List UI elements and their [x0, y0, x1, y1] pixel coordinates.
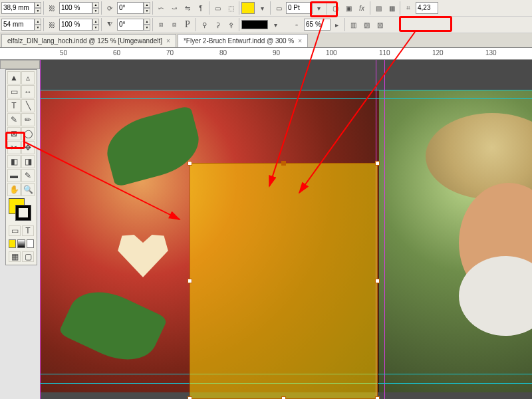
wrap-1-icon[interactable]: ▤ — [372, 2, 384, 14]
stroke-weight-field[interactable]: 0 Pt — [286, 2, 313, 14]
close-icon[interactable]: × — [166, 37, 170, 45]
horizontal-ruler[interactable]: 50 60 70 80 90 100 110 120 130 — [0, 48, 532, 60]
formatting-container-icon[interactable]: ▭ — [9, 225, 21, 236]
stroke-color-swatch[interactable] — [15, 205, 31, 221]
selection-handle[interactable] — [188, 396, 192, 399]
shear-field[interactable]: 0° — [117, 19, 144, 31]
anchor-a-icon[interactable]: ⚲ — [198, 19, 210, 31]
wrap-3-icon[interactable]: ▥ — [347, 19, 359, 31]
rectangle-frame-tool[interactable]: ⊠ — [7, 127, 21, 140]
select-content-icon[interactable]: ⧇ — [155, 19, 167, 31]
view-mode-normal[interactable]: ▦ — [9, 251, 21, 262]
eyedropper-tool[interactable]: ✎ — [21, 169, 35, 182]
selected-rectangle[interactable] — [190, 163, 378, 399]
scale-x-field[interactable]: 100 % — [59, 2, 92, 14]
opacity-field[interactable]: 65 % — [304, 19, 331, 31]
pen-tool[interactable]: ✎ — [7, 113, 21, 126]
rotate-ccw-icon[interactable]: ⤺ — [155, 2, 167, 14]
tools-panel: ▲▵ ▭↔ T╲ ✎✏ ⊠◯ ✂✥ ◧◨ ▬✎ ✋🔍 ▭ T ▦ ▢ — [5, 69, 37, 265]
document-tab-active[interactable]: *Flyer 2-Bruch Entwurf.indd @ 300 %× — [178, 34, 308, 47]
pencil-tool[interactable]: ✏ — [21, 113, 35, 126]
selection-handle[interactable] — [188, 279, 192, 283]
crop-icon[interactable]: ⌗ — [402, 2, 414, 14]
stroke-dropdown[interactable]: ▾ — [269, 19, 281, 31]
selection-handle[interactable] — [188, 161, 192, 166]
close-icon[interactable]: × — [298, 37, 302, 45]
document-tab[interactable]: elfalz_DIN_lang_hoch.indd @ 125 % [Umgew… — [1, 34, 176, 47]
fill-swatch[interactable] — [241, 2, 255, 14]
opacity-flyout[interactable]: ▸ — [331, 19, 342, 31]
type-tool[interactable]: T — [7, 99, 21, 112]
constrain-icon[interactable]: ⛓ — [46, 2, 58, 14]
guide-vertical[interactable] — [40, 60, 41, 399]
p-icon[interactable]: P — [182, 19, 194, 31]
stroke-icon: ▭ — [273, 2, 285, 14]
control-bar-row-2: 54 mm▲▼ ⛓ 100 %▲▼ ⧨ 0°▲▼ ⧇ ⧈ P ⚲ ⚳ ⚴ ▾ ▫… — [0, 17, 532, 33]
chain-icon[interactable]: ⬚ — [225, 2, 237, 14]
view-mode-preview[interactable]: ▢ — [22, 251, 34, 262]
heart-cutout — [113, 229, 173, 283]
effects-b-icon[interactable]: ▣ — [342, 2, 354, 14]
opacity-mode-icon[interactable]: ▫ — [291, 19, 303, 31]
width-spin[interactable]: ▲▼ — [35, 2, 41, 14]
shear-icon: ⧨ — [104, 19, 116, 31]
flip-h-icon[interactable]: ⇋ — [182, 2, 194, 14]
anchor-c-icon[interactable]: ⚴ — [225, 19, 237, 31]
apply-gradient-icon[interactable] — [17, 239, 25, 248]
leaf-graphic — [59, 279, 168, 373]
panel-grip[interactable] — [0, 60, 40, 69]
zoom-tool[interactable]: 🔍 — [21, 183, 35, 196]
scale-y-field[interactable]: 100 % — [59, 19, 92, 31]
selection-handle[interactable] — [281, 396, 286, 399]
selection-tool[interactable]: ▲ — [7, 71, 21, 84]
select-container-icon[interactable]: ⧈ — [168, 19, 180, 31]
rotate-cw-icon[interactable]: ⤻ — [168, 2, 180, 14]
canvas[interactable] — [40, 60, 532, 399]
note-tool[interactable]: ▬ — [7, 169, 21, 182]
effects-a-icon[interactable]: ▢ — [329, 2, 341, 14]
paragraph-icon[interactable]: ¶ — [195, 2, 207, 14]
constrain2-icon[interactable]: ⛓ — [46, 19, 58, 31]
ellipse-tool[interactable]: ◯ — [21, 127, 35, 140]
anchor-b-icon[interactable]: ⚳ — [211, 19, 223, 31]
placed-image-man[interactable] — [379, 90, 532, 392]
gradient-feather-tool[interactable]: ◨ — [21, 155, 35, 168]
direct-selection-tool[interactable]: ▵ — [21, 71, 35, 84]
hand-tool[interactable]: ✋ — [7, 183, 21, 196]
apply-color-icon[interactable] — [9, 239, 16, 248]
guide-horizontal[interactable] — [40, 98, 532, 99]
scissors-tool[interactable]: ✂ — [7, 141, 21, 154]
fill-dropdown[interactable]: ▾ — [256, 2, 268, 14]
tag-icon[interactable]: ▭ — [211, 2, 223, 14]
extra-field[interactable]: 4,23 — [416, 2, 438, 14]
wrap-2-icon[interactable]: ▦ — [386, 2, 398, 14]
document-tabs: elfalz_DIN_lang_hoch.indd @ 125 % [Umgew… — [0, 33, 532, 48]
height-field[interactable]: 54 mm — [1, 19, 35, 31]
formatting-text-icon[interactable]: T — [22, 225, 34, 236]
stroke-color-bar[interactable] — [241, 20, 268, 29]
guide-horizontal[interactable] — [40, 90, 532, 90]
selection-handle[interactable] — [375, 279, 380, 283]
guide-vertical[interactable] — [384, 60, 385, 399]
width-field[interactable]: 38,9 mm — [1, 2, 35, 14]
selection-handle[interactable] — [375, 161, 380, 166]
selection-handle[interactable] — [281, 161, 286, 166]
rotate-field[interactable]: 0° — [117, 2, 144, 14]
control-bar-row-1: 38,9 mm▲▼ ⛓ 100 %▲▼ ⟳ 0°▲▼ ⤺ ⤻ ⇋ ¶ ▭ ⬚ ▾… — [0, 0, 532, 17]
gradient-swatch-tool[interactable]: ◧ — [7, 155, 21, 168]
free-transform-tool[interactable]: ✥ — [21, 141, 35, 154]
wrap-5-icon[interactable]: ▨ — [374, 19, 386, 31]
fx-icon[interactable]: fx — [356, 2, 368, 14]
selection-handle[interactable] — [375, 396, 380, 399]
scale-x-spin[interactable]: ▲▼ — [92, 2, 99, 14]
gap-tool[interactable]: ↔ — [21, 85, 35, 98]
line-tool[interactable]: ╲ — [21, 99, 35, 112]
wrap-4-icon[interactable]: ▧ — [360, 19, 372, 31]
apply-none-icon[interactable] — [27, 239, 34, 248]
fill-stroke-swatch[interactable] — [9, 198, 34, 222]
page-tool[interactable]: ▭ — [7, 85, 21, 98]
rotate-icon: ⟳ — [104, 2, 116, 14]
